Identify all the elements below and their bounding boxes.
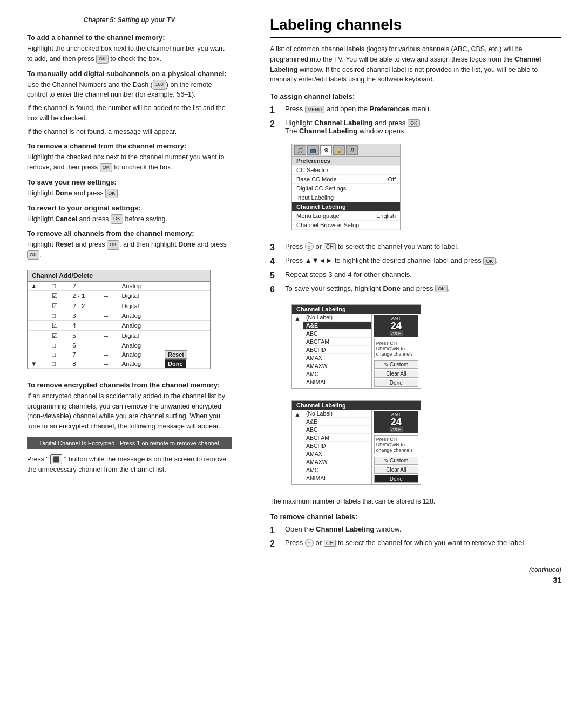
table-arrow: ▼ — [28, 359, 49, 368]
remove-labels-section: To remove channel labels: 1 Open the Cha… — [270, 513, 561, 550]
table-checkbox: □ — [49, 350, 69, 359]
table-row: □ 3 -- Analog — [28, 311, 210, 320]
step-text-1: Press MENU and open the Preferences menu… — [285, 105, 561, 116]
remove-step-1: 1 Open the Channel Labeling window. — [270, 525, 561, 536]
text-encrypted: If an encrypted channel is accidentally … — [27, 391, 232, 432]
table-dash: -- — [101, 320, 119, 330]
table-channel: 6 — [69, 341, 100, 350]
table-type: Analog — [118, 341, 161, 350]
section-add-channel: To add a channel to the channel memory: … — [27, 33, 232, 64]
prefs-label: Digital CC Settings — [292, 184, 369, 193]
table-channel: 4 — [69, 320, 100, 330]
step-text-5: Repeat steps 3 and 4 for other channels. — [285, 270, 561, 282]
mockup-topbar: 🎵 📺 ⚙ 🔒 ⏱ — [292, 144, 400, 157]
table-channel: 8 — [69, 359, 100, 368]
heading-encrypted: To remove encrypted channels from the ch… — [27, 381, 232, 389]
ok-btn2: OK — [483, 257, 496, 265]
table-channel: 2 - 2 — [69, 301, 100, 311]
table-row: ☑ 4 -- Analog — [28, 320, 210, 330]
table-dash: -- — [101, 301, 119, 311]
table-arrow — [28, 311, 49, 320]
clear-all-button[interactable]: Clear All — [374, 370, 418, 378]
reset-button[interactable]: Reset — [165, 350, 187, 359]
ant-display-2: ANT 24 A&E — [374, 411, 418, 433]
table-dash: -- — [101, 341, 119, 350]
text-digital-2: If the channel is found, the number will… — [27, 103, 232, 124]
scroll-up-arrow-2: ▲ — [292, 410, 303, 484]
custom-button-2[interactable]: ✎ Custom — [374, 457, 418, 465]
list-item: ABC — [303, 329, 371, 337]
table-checkbox: ☑ — [49, 320, 69, 330]
done-button[interactable]: Done — [165, 359, 186, 368]
remove-step-text-2: Press ⌂ or CH to select the channel for … — [285, 539, 561, 550]
list-item: ABCFAM — [303, 337, 371, 345]
prefs-row: Base CC Mode Off — [292, 175, 400, 184]
list-item-label: ANIMAL — [303, 378, 371, 386]
table-arrow — [28, 301, 49, 311]
remote-btn-ok2: OK — [105, 189, 118, 199]
heading-remove-all: To remove all channels from the channel … — [27, 229, 232, 237]
table-dash: -- — [101, 311, 119, 320]
table-row: □ 7 -- Analog Reset — [28, 350, 210, 359]
table-btn — [161, 341, 210, 350]
section-save: To save your new settings: Highlight Don… — [27, 178, 232, 199]
list-item: ANIMAL — [303, 474, 371, 482]
prefs-value: Off — [369, 175, 400, 184]
list-item-label: ABCFAM — [303, 337, 371, 345]
table-type: Analog — [118, 359, 161, 368]
done-button-2[interactable]: Done — [374, 475, 418, 483]
remote-btn-ok: OK — [100, 163, 112, 173]
list-item-label-sel: A&E — [303, 321, 371, 329]
icon-2: 📺 — [307, 145, 319, 155]
footer: (continued) 31 — [270, 561, 561, 584]
list-item: AMC — [303, 370, 371, 378]
step-2: 2 Highlight Channel Labeling and press O… — [270, 119, 561, 135]
prefs-row: Preferences — [292, 157, 400, 166]
assign-section: To assign channel labels: 1 Press MENU a… — [270, 92, 561, 505]
list-item-label: ABCFAM — [303, 433, 371, 441]
table-channel: 2 — [69, 282, 100, 291]
text-remove-all: Highlight Reset and press OK, and then h… — [27, 240, 232, 260]
table-row: ☑ 2 - 2 -- Digital — [28, 301, 210, 311]
max-labels-note: The maximum number of labels that can be… — [270, 498, 561, 505]
ok-btn: OK — [408, 119, 420, 127]
prefs-value — [369, 221, 400, 230]
list-item-label: AMAX — [303, 450, 371, 458]
done-button-1[interactable]: Done — [374, 379, 418, 387]
assign-steps-2: 3 Press ⌂ or CH to select the channel yo… — [270, 242, 561, 295]
step-5: 5 Repeat steps 3 and 4 for other channel… — [270, 270, 561, 282]
step-3: 3 Press ⌂ or CH to select the channel yo… — [270, 242, 561, 254]
prefs-value — [369, 166, 400, 175]
step-num-3: 3 — [270, 242, 282, 254]
page-number: 31 — [553, 576, 561, 584]
list-item: ABCHD — [303, 345, 371, 353]
ch-icon: CH — [324, 243, 336, 250]
table-type: Analog — [118, 350, 161, 359]
side-buttons-2: ✎ Custom Clear All Done — [374, 457, 418, 483]
clear-all-button-2[interactable]: Clear All — [374, 466, 418, 474]
table-row: ▲ □ 2 -- Analog — [28, 282, 210, 291]
table-arrow — [28, 341, 49, 350]
custom-button[interactable]: ✎ Custom — [374, 360, 418, 369]
list-item: ABCFAM — [303, 433, 371, 441]
step-text-2: Highlight Channel Labeling and press OK.… — [285, 119, 561, 135]
step-num-1: 1 — [270, 105, 282, 116]
table-arrow — [28, 350, 49, 359]
text-remove: Highlight the checked box next to the ch… — [27, 152, 232, 173]
table-row: ☑ 5 -- Digital — [28, 330, 210, 341]
step-4: 4 Press ▲▼◄► to highlight the desired ch… — [270, 256, 561, 268]
chan-label-list-2: (No Label) A&E ABC ABCFAM ABCHD AMAX AMA… — [303, 410, 371, 484]
ok-btn3: OK — [435, 285, 448, 292]
channel-labeling-mockup-1: Channel Labeling ▲ (No Label) A&E ABC AB… — [292, 304, 421, 389]
list-item-label: AMAXW — [303, 362, 371, 370]
table-type: Analog — [118, 311, 161, 320]
section-digital-subchannel: To manually add digital subchannels on a… — [27, 70, 232, 137]
ant-sub: A&E — [390, 331, 403, 336]
table-checkbox: □ — [49, 359, 69, 368]
remove-step-num-2: 2 — [270, 539, 282, 550]
heading-add-channel: To add a channel to the channel memory: — [27, 33, 232, 42]
press-info: Press CH UP/DOWN to change channels — [374, 339, 418, 358]
list-item: A&E — [303, 417, 371, 425]
text-add-channel: Highlight the unchecked box next to the … — [27, 44, 232, 64]
prefs-label: CC Selector — [292, 166, 369, 175]
